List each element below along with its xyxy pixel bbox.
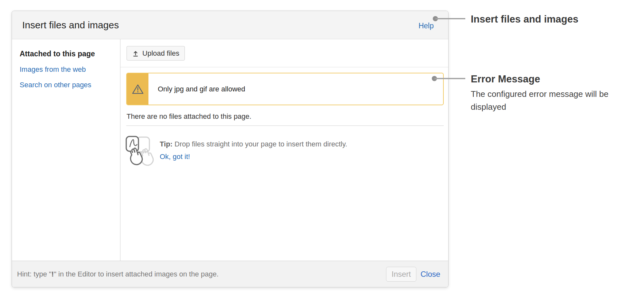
tip-text: Tip: Drop files straight into your page … [160,140,347,148]
dialog-footer: Hint: type "!" in the Editor to insert a… [12,261,448,287]
callout-description-error-message: The configured error message will be dis… [471,88,632,113]
warning-message-text: Only jpg and gif are allowed [158,73,245,105]
upload-icon [132,50,139,57]
help-link[interactable]: Help [419,11,434,41]
callout-line-error-message [434,78,465,79]
screenshot-canvas: Insert files and images Help Attached to… [0,0,644,299]
dialog-header: Insert files and images Help [12,11,448,39]
close-button[interactable]: Close [421,261,440,287]
tip-label: Tip: [160,140,173,148]
drag-drop-hand-icon [125,135,160,168]
tip-body: Drop files straight into your page to in… [175,140,347,148]
warning-triangle-icon [132,84,144,95]
sidebar-item-attached-to-page[interactable]: Attached to this page [20,50,117,58]
insert-button[interactable]: Insert [386,267,416,282]
dialog-content: Upload files Only jpg and gif are allowe… [120,39,448,261]
hint-prefix: Hint: type " [17,270,52,278]
callout-title-insert-files: Insert files and images [471,14,578,25]
warning-stripe [127,73,148,105]
callout-title-error-message: Error Message [471,73,540,85]
error-message-banner: Only jpg and gif are allowed [126,73,444,105]
sidebar-item-images-from-web[interactable]: Images from the web [20,65,117,74]
empty-state-text: There are no files attached to this page… [127,112,251,121]
footer-hint-text: Hint: type "!" in the Editor to insert a… [17,261,219,287]
ok-got-it-link[interactable]: Ok, got it! [160,153,190,161]
callout-line-insert-files [435,18,465,19]
dialog-sidebar: Attached to this page Images from the we… [12,39,120,261]
hint-suffix: " in the Editor to insert attached image… [54,270,219,278]
sidebar-item-search-other-pages[interactable]: Search on other pages [20,80,117,89]
upload-row: Upload files [120,39,448,67]
insert-files-dialog: Insert files and images Help Attached to… [12,11,449,287]
dialog-title: Insert files and images [22,11,119,39]
upload-files-button[interactable]: Upload files [127,46,185,61]
upload-button-label: Upload files [142,49,179,58]
divider [126,126,444,126]
